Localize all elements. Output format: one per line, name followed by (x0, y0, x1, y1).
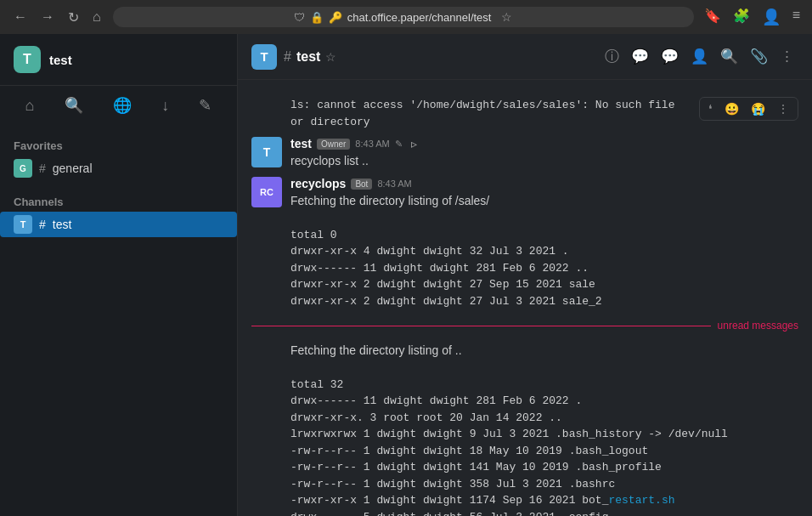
home-nav-icon[interactable]: ⌂ (20, 92, 40, 120)
sidebar-item-test-label: test (53, 218, 72, 231)
reload-button[interactable]: ↻ (63, 6, 84, 29)
bot-badge: Bot (351, 179, 372, 190)
home-button[interactable]: ⌂ (87, 6, 106, 29)
test-message-time: 8:43 AM (355, 139, 389, 149)
shield-icon: 🛡 (294, 11, 305, 24)
sidebar-item-general[interactable]: G # general (0, 156, 237, 181)
channel-avatar: T (251, 44, 277, 70)
lock-icon: 🔒 (310, 11, 324, 24)
messages-area[interactable]: ls: cannot access '/home/dwight/sales/sa… (238, 80, 812, 516)
test-message-content: test Owner 8:43 AM ✎ ▹ recyclops list .. (290, 137, 798, 170)
channel-star-icon[interactable]: ☆ (325, 50, 336, 64)
unread-divider: unread messages (238, 320, 812, 332)
test-channel-avatar: T (14, 215, 32, 234)
test-message-text: recyclops list .. (290, 152, 798, 170)
emoji-action-button[interactable]: 😭 (746, 99, 770, 118)
channels-section: Channels (0, 181, 237, 212)
test-hash-icon: # (39, 218, 46, 231)
recyclops-message-content: recyclops Bot 8:43 AM Fetching the direc… (290, 177, 798, 309)
menu-icon[interactable]: ≡ (789, 4, 804, 30)
browser-chrome: ← → ↻ ⌂ 🛡 🔒 🔑 chat.office.paper/channel/… (0, 0, 812, 34)
test-message-header: test Owner 8:43 AM ✎ ▹ (290, 137, 798, 150)
owner-badge: Owner (317, 139, 350, 150)
app: T test ⌂ 🔍 🌐 ↓ ✎ Favorites G # general C… (0, 34, 812, 516)
top-message-content: ls: cannot access '/home/dwight/sales/sa… (290, 97, 691, 130)
general-avatar: G (14, 159, 32, 178)
channel-header-name: # test ☆ (284, 49, 336, 65)
more-options-button[interactable]: ⋮ (775, 43, 798, 70)
recyclops-message-time: 8:43 AM (377, 179, 411, 189)
channel-header: T # test ☆ ⓘ 💬 💬 👤 🔍 📎 ⋮ (238, 34, 812, 80)
more-intro: Fetching the directory listing of .. (290, 342, 798, 360)
restart-sh-link[interactable]: restart.sh (608, 494, 674, 507)
more-code: total 32 drwx------ 11 dwight dwight 281… (290, 360, 798, 516)
favorites-label: Favorites (14, 139, 63, 152)
search-nav-icon[interactable]: 🔍 (59, 91, 88, 120)
more-msg-action-button[interactable]: ⋮ (772, 99, 794, 118)
compose-nav-icon[interactable]: ✎ (194, 91, 217, 120)
top-message-text: ls: cannot access '/home/dwight/sales/sa… (290, 99, 674, 128)
cursor-indicator: ▹ (411, 137, 417, 150)
message-group-more: Fetching the directory listing of .. tot… (238, 338, 812, 516)
sidebar: T test ⌂ 🔍 🌐 ↓ ✎ Favorites G # general C… (0, 34, 238, 516)
channels-label: Channels (14, 196, 64, 208)
edit-icon[interactable]: ✎ (395, 139, 403, 150)
download-nav-icon[interactable]: ↓ (156, 92, 174, 120)
recyclops-message-header: recyclops Bot 8:43 AM (290, 177, 798, 190)
channel-hash-icon: # (284, 49, 291, 65)
unread-label: unread messages (711, 320, 798, 332)
profile-icon[interactable]: 👤 (758, 4, 784, 30)
key-icon: 🔑 (329, 11, 342, 24)
recyclops-code: total 0 drwxr-xr-x 4 dwight dwight 32 Ju… (290, 210, 798, 309)
react-action-button[interactable]: 😀 (719, 99, 744, 118)
top-message-group: ls: cannot access '/home/dwight/sales/sa… (238, 94, 812, 133)
bookmark-browser-icon[interactable]: 🔖 (701, 4, 725, 30)
sidebar-nav: ⌂ 🔍 🌐 ↓ ✎ (0, 86, 237, 125)
star-icon[interactable]: ☆ (501, 10, 512, 24)
general-hash-icon: # (39, 162, 46, 175)
address-bar[interactable]: 🛡 🔒 🔑 chat.office.paper/channel/test ☆ (113, 7, 694, 27)
test-avatar: T (251, 137, 282, 167)
nav-buttons: ← → ↻ ⌂ (8, 6, 106, 29)
recyclops-avatar: RC (251, 177, 282, 207)
sidebar-item-test[interactable]: T # test (0, 212, 237, 237)
workspace-header: T test (0, 34, 237, 86)
recyclops-author: recyclops (290, 177, 346, 190)
message-action-bar: ❛ 😀 😭 ⋮ (699, 97, 798, 121)
channel-name: test (296, 49, 320, 65)
recyclops-intro: Fetching the directory listing of /sales… (290, 192, 798, 210)
threads-button[interactable]: 💬 (627, 43, 653, 70)
more-message-content: Fetching the directory listing of .. tot… (290, 342, 798, 516)
sidebar-item-general-label: general (53, 162, 93, 175)
browser-icons: 🔖 🧩 👤 ≡ (701, 4, 804, 30)
workspace-avatar: T (14, 46, 41, 73)
unread-line-left (251, 326, 711, 326)
forward-button[interactable]: → (36, 6, 59, 29)
members-button[interactable]: 👤 (686, 43, 713, 70)
workspace-name: test (49, 53, 72, 67)
favorites-section: Favorites (0, 125, 237, 156)
extensions-icon[interactable]: 🧩 (730, 4, 753, 30)
back-button[interactable]: ← (8, 6, 32, 29)
message-group-recyclops: RC recyclops Bot 8:43 AM Fetching the di… (238, 173, 812, 313)
quote-action-button[interactable]: ❛ (703, 99, 718, 118)
globe-nav-icon[interactable]: 🌐 (108, 91, 137, 120)
test-author: test (290, 137, 312, 150)
mentions-button[interactable]: 💬 (657, 43, 683, 70)
header-actions: ⓘ 💬 💬 👤 🔍 📎 ⋮ (601, 43, 798, 71)
attachments-button[interactable]: 📎 (746, 43, 772, 70)
more-msg-spacer (251, 342, 282, 516)
info-button[interactable]: ⓘ (601, 43, 623, 71)
main-content: T # test ☆ ⓘ 💬 💬 👤 🔍 📎 ⋮ (238, 34, 812, 516)
search-header-button[interactable]: 🔍 (716, 43, 742, 70)
url-text: chat.office.paper/channel/test (347, 11, 492, 24)
message-group-test: T test Owner 8:43 AM ✎ ▹ recyclops list … (238, 133, 812, 173)
